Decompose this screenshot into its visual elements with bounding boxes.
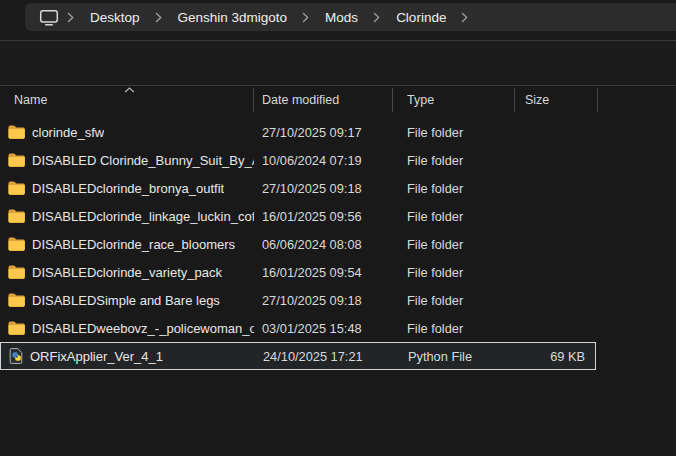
file-type: Python File [394, 349, 516, 364]
this-pc-button[interactable] [35, 9, 63, 26]
command-bar: Sort View [0, 41, 676, 85]
name-cell: DISABLEDclorinde_race_bloomers [0, 237, 254, 252]
breadcrumb-chevron-icon[interactable] [373, 12, 381, 23]
name-cell: DISABLEDclorinde_variety_pack [0, 265, 254, 280]
breadcrumb-item[interactable]: Clorinde [385, 10, 457, 25]
name-cell: DISABLED Clorinde_Bunny_Suit_By_AKIR... [0, 153, 254, 168]
name-cell: DISABLEDweebovz_-_policewoman_og_c... [0, 321, 254, 336]
name-cell: clorinde_sfw [0, 125, 254, 140]
column-resize-handle[interactable] [392, 88, 393, 112]
breadcrumb-chevron-icon[interactable] [67, 12, 75, 23]
breadcrumb-item[interactable]: Desktop [79, 10, 151, 25]
folder-icon [8, 293, 25, 307]
python-file-icon [9, 348, 23, 364]
name-cell: ORFixApplier_Ver_4_1 [1, 348, 255, 364]
breadcrumb-chevron-icon[interactable] [155, 12, 163, 23]
table-row[interactable]: DISABLEDclorinde_race_bloomers 06/06/202… [0, 230, 596, 258]
date-modified: 27/10/2025 09:18 [254, 181, 393, 196]
file-type: File folder [393, 125, 515, 140]
file-name: ORFixApplier_Ver_4_1 [30, 349, 163, 364]
date-modified: 24/10/2025 17:21 [255, 349, 394, 364]
table-row[interactable]: DISABLEDSimple and Bare legs 27/10/2025 … [0, 286, 596, 314]
date-modified: 10/06/2024 07:19 [254, 153, 393, 168]
file-explorer-window: Desktop Genshin 3dmigoto Mods Clorinde [0, 0, 676, 456]
name-cell: DISABLEDSimple and Bare legs [0, 293, 254, 308]
column-headers: Name Date modified Type Size [0, 86, 598, 113]
column-header-size[interactable]: Size [515, 93, 598, 107]
file-name: DISABLEDclorinde_bronya_outfit [32, 181, 224, 196]
column-header-date-modified[interactable]: Date modified [254, 93, 393, 107]
address-bar: Desktop Genshin 3dmigoto Mods Clorinde [0, 0, 676, 40]
table-row[interactable]: DISABLEDweebovz_-_policewoman_og_c... 03… [0, 314, 596, 342]
folder-icon [8, 237, 25, 251]
name-cell: DISABLEDclorinde_linkage_luckin_coffee..… [0, 209, 254, 224]
breadcrumb-item[interactable]: Mods [314, 10, 369, 25]
folder-icon [8, 209, 25, 223]
file-name: DISABLEDclorinde_linkage_luckin_coffee..… [32, 209, 254, 224]
date-modified: 16/01/2025 09:54 [254, 265, 393, 280]
file-name: DISABLEDclorinde_variety_pack [32, 265, 222, 280]
file-name: DISABLEDclorinde_race_bloomers [32, 237, 235, 252]
date-modified: 03/01/2025 15:48 [254, 321, 393, 336]
date-modified: 06/06/2024 08:08 [254, 237, 393, 252]
name-cell: DISABLEDclorinde_bronya_outfit [0, 181, 254, 196]
file-type: File folder [393, 237, 515, 252]
breadcrumb: Desktop Genshin 3dmigoto Mods Clorinde [25, 3, 676, 31]
file-name: DISABLEDweebovz_-_policewoman_og_c... [32, 321, 254, 336]
column-header-type[interactable]: Type [393, 93, 515, 107]
monitor-icon [39, 9, 59, 26]
folder-icon [8, 321, 25, 335]
column-resize-handle[interactable] [514, 88, 515, 112]
table-row[interactable]: DISABLEDclorinde_variety_pack 16/01/2025… [0, 258, 596, 286]
column-resize-handle[interactable] [597, 88, 598, 112]
file-type: File folder [393, 321, 515, 336]
file-type: File folder [393, 293, 515, 308]
date-modified: 27/10/2025 09:18 [254, 293, 393, 308]
file-name: DISABLED Clorinde_Bunny_Suit_By_AKIR... [32, 153, 254, 168]
column-resize-handle[interactable] [253, 88, 254, 112]
date-modified: 27/10/2025 09:17 [254, 125, 393, 140]
folder-icon [8, 181, 25, 195]
folder-icon [8, 265, 25, 279]
file-list-area: Name Date modified Type Size [0, 86, 676, 456]
file-name: clorinde_sfw [32, 125, 104, 140]
file-list: clorinde_sfw 27/10/2025 09:17 File folde… [0, 118, 596, 370]
folder-icon [8, 153, 25, 167]
column-header-name[interactable]: Name [0, 93, 254, 107]
file-type: File folder [393, 153, 515, 168]
table-row[interactable]: clorinde_sfw 27/10/2025 09:17 File folde… [0, 118, 596, 146]
file-type: File folder [393, 181, 515, 196]
breadcrumb-item[interactable]: Genshin 3dmigoto [167, 10, 299, 25]
table-row[interactable]: DISABLEDclorinde_linkage_luckin_coffee..… [0, 202, 596, 230]
table-row[interactable]: ORFixApplier_Ver_4_1 24/10/2025 17:21 Py… [0, 342, 596, 370]
table-row[interactable]: DISABLEDclorinde_bronya_outfit 27/10/202… [0, 174, 596, 202]
file-name: DISABLEDSimple and Bare legs [32, 293, 220, 308]
date-modified: 16/01/2025 09:56 [254, 209, 393, 224]
file-type: File folder [393, 209, 515, 224]
file-size: 69 KB [516, 349, 591, 364]
breadcrumb-chevron-icon[interactable] [461, 12, 469, 23]
table-row[interactable]: DISABLED Clorinde_Bunny_Suit_By_AKIR... … [0, 146, 596, 174]
breadcrumb-chevron-icon[interactable] [302, 12, 310, 23]
file-type: File folder [393, 265, 515, 280]
folder-icon [8, 125, 25, 139]
